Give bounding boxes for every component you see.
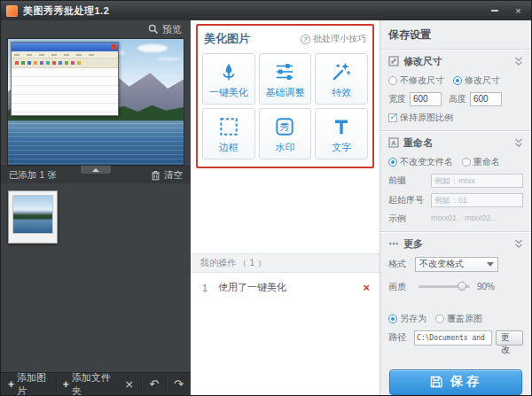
- help-icon: ?: [301, 35, 310, 44]
- tool-effects[interactable]: 特效: [315, 53, 368, 105]
- clear-button[interactable]: 清空: [151, 169, 183, 182]
- path-label: 路径: [388, 331, 411, 344]
- radio-icon: [388, 76, 397, 85]
- operation-index: 1: [202, 283, 218, 293]
- operations-header: 我的操作 （ 1 ）: [191, 253, 379, 273]
- list-toolbar: + 添加图片 + 添加文件夹 × ↶ ↷: [1, 372, 191, 395]
- tool-label: 水印: [275, 141, 294, 154]
- example-label: 示例: [388, 213, 427, 225]
- slider-knob[interactable]: [458, 282, 466, 291]
- save-button[interactable]: 保存: [389, 369, 522, 395]
- text-icon: [330, 114, 353, 139]
- app-icon: [6, 5, 18, 17]
- add-folder-button[interactable]: + 添加文件夹: [63, 371, 113, 396]
- radio-overwrite[interactable]: 覆盖原图: [435, 313, 482, 325]
- radio-rename-label: 重命名: [473, 156, 500, 168]
- add-image-button[interactable]: + 添加图片: [8, 371, 50, 396]
- radio-no-resize[interactable]: 不修改尺寸: [388, 74, 444, 87]
- start-number-input[interactable]: [431, 193, 523, 207]
- change-path-button[interactable]: 更改: [496, 330, 523, 346]
- quality-slider[interactable]: [419, 285, 470, 288]
- image-thumbnail[interactable]: [8, 190, 58, 244]
- plus-icon: +: [8, 378, 14, 391]
- format-value: 不改变格式: [419, 258, 464, 270]
- radio-rename[interactable]: 重命名: [462, 156, 500, 168]
- radio-selected-icon: [388, 314, 397, 323]
- keep-ratio-checkbox[interactable]: 保持原图比例: [388, 112, 453, 124]
- preview-button[interactable]: 预览: [148, 23, 182, 36]
- remove-image-button[interactable]: ×: [124, 378, 134, 390]
- radio-selected-icon: [453, 76, 462, 85]
- radio-selected-icon: [388, 158, 397, 167]
- radio-overwrite-label: 覆盖原图: [447, 313, 482, 325]
- added-count: 已添加 1 张: [9, 169, 57, 182]
- undo-button[interactable]: ↶: [149, 378, 159, 390]
- rename-section-label: 重命名: [403, 136, 433, 150]
- beautify-panel: 美化图片 ? 批处理小技巧 一键美化: [191, 20, 379, 395]
- redo-button[interactable]: ↷: [174, 378, 184, 390]
- image-list-panel: 预览 已添加 1 张 清空: [1, 20, 191, 395]
- tool-label: 特效: [332, 86, 351, 99]
- radio-save-as[interactable]: 另存为: [388, 313, 426, 325]
- tool-basic-adjust[interactable]: 基础调整: [259, 53, 312, 105]
- more-section-label: 更多: [403, 237, 423, 251]
- panel-title: 美化图片: [204, 31, 250, 47]
- tool-watermark[interactable]: 秀 水印: [259, 108, 312, 159]
- width-label: 宽度: [388, 93, 406, 105]
- checkbox-checked-icon: [388, 113, 397, 122]
- radio-icon: [462, 158, 471, 167]
- quality-label: 画质: [388, 281, 411, 293]
- svg-text:秀: 秀: [280, 121, 290, 132]
- preview-image: [7, 38, 184, 166]
- radio-keep-filename[interactable]: 不改变文件名: [388, 156, 453, 168]
- tool-grid: 一键美化 基础调整 特效: [202, 53, 368, 159]
- batch-tips-link[interactable]: ? 批处理小技巧: [301, 33, 366, 45]
- chevron-up-icon: [92, 168, 99, 172]
- height-input[interactable]: [470, 92, 502, 106]
- more-section-header[interactable]: 更多: [388, 232, 523, 254]
- dropdown-arrow-icon: [487, 262, 494, 267]
- radio-resize-label: 修改尺寸: [465, 74, 500, 87]
- collapse-handle[interactable]: [81, 166, 111, 174]
- rename-section-header[interactable]: A 重命名: [388, 131, 523, 153]
- tool-border[interactable]: 边框: [202, 108, 255, 159]
- resize-section-header[interactable]: 修改尺寸: [388, 50, 523, 72]
- clear-label: 清空: [164, 169, 183, 182]
- chevron-collapse-icon[interactable]: [514, 138, 523, 148]
- height-label: 高度: [449, 93, 466, 105]
- window-title: 美图秀秀批处理1.2: [23, 4, 480, 18]
- path-input[interactable]: [414, 330, 492, 346]
- tool-one-click-beautify[interactable]: 一键美化: [202, 53, 255, 105]
- lake-decor: [8, 123, 184, 165]
- format-select[interactable]: 不改变格式: [415, 257, 498, 272]
- titlebar: 美图秀秀批处理1.2 ×: [1, 1, 531, 20]
- tool-label: 文字: [332, 141, 351, 154]
- add-folder-label: 添加文件夹: [72, 371, 113, 396]
- radio-keep-filename-label: 不改变文件名: [400, 156, 453, 168]
- trash-icon: [151, 170, 160, 181]
- watermark-stamp-icon: 秀: [273, 114, 296, 139]
- embedded-window-screenshot: [11, 42, 119, 116]
- width-input[interactable]: [410, 92, 442, 106]
- resize-section-label: 修改尺寸: [403, 55, 442, 68]
- format-label: 格式: [388, 258, 411, 270]
- sliders-icon: [273, 59, 296, 84]
- frame-icon: [217, 114, 240, 139]
- separator: [56, 379, 57, 390]
- operation-text: 使用了一键美化: [218, 281, 363, 294]
- chevron-collapse-icon[interactable]: [514, 57, 523, 66]
- close-button[interactable]: ×: [509, 4, 528, 18]
- tool-label: 基础调整: [265, 86, 304, 99]
- start-number-label: 起始序号: [388, 194, 427, 206]
- keep-ratio-label: 保持原图比例: [400, 112, 453, 124]
- delete-operation-button[interactable]: ×: [363, 282, 370, 293]
- embedded-window-menubar: [12, 51, 118, 58]
- tool-text[interactable]: 文字: [315, 108, 368, 159]
- embedded-window-titlebar: [12, 43, 118, 51]
- app-window: 美图秀秀批处理1.2 × 预览: [0, 0, 532, 396]
- prefix-input[interactable]: [431, 174, 523, 188]
- radio-resize[interactable]: 修改尺寸: [453, 74, 500, 87]
- minimize-button[interactable]: [485, 4, 504, 18]
- chevron-collapse-icon[interactable]: [514, 239, 523, 249]
- preview-label: 预览: [162, 23, 182, 36]
